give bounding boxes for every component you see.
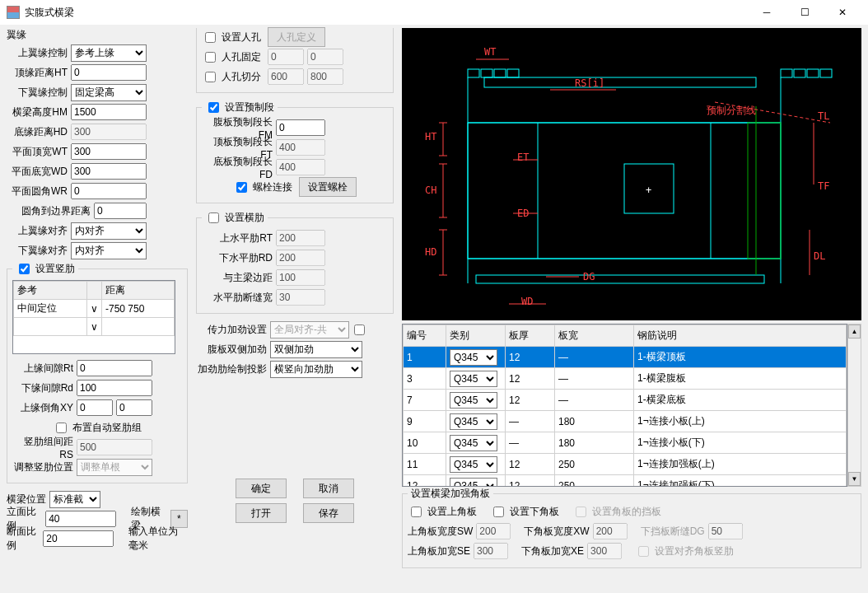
xy2-input[interactable] [116,399,152,416]
window-title: 实腹式横梁 [25,6,748,20]
auto-stiff-checkbox[interactable] [56,423,67,433]
svg-rect-14 [781,69,792,77]
wd-label: 平面底宽WD [7,165,71,179]
manhole-fix-checkbox[interactable] [205,52,216,63]
bot-ctrl-label: 下翼缘控制 [7,86,71,100]
corner-input[interactable] [94,203,147,219]
hm-input[interactable] [71,104,147,120]
flange-group-label: 翼缘 [7,28,188,42]
scroll-up-icon[interactable]: ▲ [848,325,861,339]
prefab-checkbox[interactable] [208,102,219,113]
hd-label: 底缘距离HD [7,125,71,139]
open-button[interactable]: 打开 [236,503,287,523]
web-select[interactable]: 双侧加劲 [270,341,362,358]
sw-input [476,523,511,539]
table-row[interactable]: 1Q34512—1-横梁顶板 [404,347,847,368]
app-icon [7,6,20,19]
cat-select[interactable]: Q345 [450,435,497,451]
ft-input [276,139,325,156]
bot-ctrl-select[interactable]: 固定梁高 [71,84,147,101]
ok-button[interactable]: 确定 [236,479,287,498]
edge-input [276,269,325,286]
top-ctrl-label: 上翼缘控制 [7,46,71,60]
svg-rect-5 [484,77,756,87]
plate-table[interactable]: 编号 类别 板厚 板宽 钢筋说明 1Q34512—1-横梁顶板3Q34512—1… [402,324,847,487]
auto-stiff-label: 布置自动竖肋组 [72,421,142,435]
hm-label: 横梁高度HM [7,105,71,119]
fix1-input [268,49,304,65]
bolt-checkbox[interactable] [236,182,247,193]
save-button[interactable]: 保存 [303,503,354,523]
wt-input[interactable] [71,143,147,160]
xe-input [587,543,622,559]
force-checkbox[interactable] [354,325,365,335]
rd-label: 下缘间隙Rd [12,381,77,395]
stiff-label: 设置竖肋 [35,262,75,276]
ht-label: 顶缘距离HT [7,66,71,80]
xw-input [593,523,628,539]
svg-rect-10 [468,69,479,77]
wd-input[interactable] [71,163,147,180]
cat-select[interactable]: Q345 [450,456,497,473]
svg-rect-11 [481,69,492,77]
fd-input [276,159,325,175]
scroll-down-icon[interactable]: ▼ [848,472,861,486]
cat-select[interactable]: Q345 [450,349,497,366]
top-ctrl-select[interactable]: 参考上缘 [71,44,147,62]
proj-select[interactable]: 横竖向加劲肋 [270,361,362,378]
sect-label: 断面比例 [7,525,43,553]
cancel-button[interactable]: 取消 [303,479,354,498]
corner-group-label: 设置横梁加强角板 [408,487,493,501]
elev-input[interactable] [45,511,116,527]
svg-rect-12 [494,69,506,77]
table-row[interactable]: 10Q345—1801¬连接小板(下) [404,432,847,454]
pos-select[interactable]: 标准截 [49,491,100,508]
minimize-button[interactable]: ─ [748,0,786,25]
sect-input[interactable] [43,530,114,547]
cat-select[interactable]: Q345 [450,371,497,387]
table-row[interactable]: 3Q34512—1-横梁腹板 [404,368,847,390]
manhole-cut-checkbox[interactable] [205,72,216,82]
se-input [474,543,508,559]
cat-select[interactable]: Q345 [450,392,497,409]
bot-align-select[interactable]: 内对齐 [71,242,147,259]
xy-label: 上缘倒角XY [12,401,77,415]
svg-rect-18 [748,123,781,259]
bot-corner-checkbox[interactable] [493,507,504,517]
table-row[interactable]: 9Q345—1801¬连接小板(上) [404,411,847,432]
ht-input[interactable] [71,64,147,81]
table-row[interactable]: 7Q34512—1-横梁底板 [404,390,847,411]
bolt-button[interactable]: 设置螺栓 [299,177,357,197]
fm-input[interactable] [276,119,325,136]
adj-label: 调整竖肋位置 [12,460,77,474]
rd-input[interactable] [77,380,152,396]
svg-rect-13 [507,69,519,77]
wr-input[interactable] [71,183,147,199]
align-corner-checkbox [638,546,649,557]
cut1-input [268,68,304,85]
bot-align-label: 下翼缘对齐 [7,244,71,258]
table-row[interactable]: 11Q345122501¬连接加强板(上) [404,454,847,475]
close-button[interactable]: ✕ [824,0,861,25]
trans-checkbox[interactable] [208,212,219,223]
table-row[interactable]: 12Q345122501¬连接加强板(下) [404,475,847,488]
stiff-checkbox[interactable] [19,264,30,274]
top-corner-checkbox[interactable] [411,507,422,517]
rt-input[interactable] [77,360,152,376]
gap-input [276,289,325,306]
force-select: 全局对齐-共 [270,321,349,339]
cat-select[interactable]: Q345 [450,413,497,430]
baffle-checkbox [576,507,586,517]
maximize-button[interactable]: ☐ [786,0,824,25]
table-scrollbar[interactable]: ▲ ▼ [847,324,861,487]
wt-label: 平面顶宽WT [7,145,71,159]
stiff-grid[interactable]: 参考距离 中间定位∨-750 750 ∨ [12,280,175,354]
top-align-select[interactable]: 内对齐 [71,222,147,240]
manhole-checkbox[interactable] [205,32,216,43]
xy1-input[interactable] [77,399,113,416]
cat-select[interactable]: Q345 [450,478,497,488]
corner-label: 圆角到边界距离 [7,204,94,218]
rt-label: 上缘间隙Rt [12,362,77,376]
unit-label: 输入单位为毫米 [128,525,188,553]
adj-select: 调整单根 [77,459,152,476]
